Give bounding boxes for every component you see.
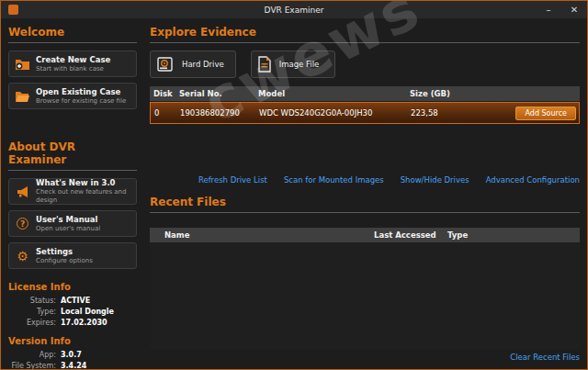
- image-file-label: Image File: [279, 60, 320, 69]
- explore-evidence-heading: Explore Evidence: [150, 26, 580, 43]
- folder-plus-icon: [15, 58, 30, 71]
- minimize-button[interactable]: –: [543, 1, 554, 18]
- license-expires-label: Expires:: [8, 319, 56, 327]
- whats-new-button[interactable]: What's New in 3.0 Check out new features…: [8, 178, 137, 205]
- license-info-heading: License Info: [8, 282, 137, 292]
- settings-button[interactable]: ⚙ Settings Configure options: [8, 242, 137, 269]
- open-existing-case-button[interactable]: Open Existing Case Browse for existing c…: [8, 83, 137, 109]
- show-hide-drives-link[interactable]: Show/Hide Drives: [401, 175, 469, 185]
- refresh-drive-list-link[interactable]: Refresh Drive List: [198, 175, 267, 185]
- recent-header-name: Name: [150, 228, 370, 242]
- drive-serial-cell: 190386802790: [176, 108, 255, 118]
- settings-label: Settings: [36, 247, 93, 257]
- license-expires-value: 17.02.2030: [61, 319, 137, 327]
- about-heading: About DVR Examiner: [8, 140, 137, 171]
- users-manual-button[interactable]: ? User's Manual Open user's manual: [8, 210, 137, 237]
- drive-table-row[interactable]: 0 190386802790 WDC WDS240G2G0A-00JH30 22…: [150, 102, 580, 124]
- users-manual-sublabel: Open user's manual: [36, 225, 100, 233]
- settings-sublabel: Configure options: [36, 257, 93, 265]
- recent-header-last-accessed: Last Accessed: [370, 228, 444, 242]
- scan-mounted-images-link[interactable]: Scan for Mounted Images: [284, 175, 384, 185]
- version-fs-label: File System:: [8, 362, 56, 370]
- app-icon: [8, 5, 18, 15]
- megaphone-icon: [15, 185, 30, 198]
- license-type-label: Type:: [8, 308, 56, 316]
- drive-links-row: Refresh Drive List Scan for Mounted Imag…: [150, 175, 580, 185]
- drive-size-cell: 223,58: [407, 108, 515, 118]
- recent-header-type: Type: [444, 228, 580, 242]
- hard-drive-button[interactable]: Hard Drive: [150, 50, 236, 78]
- gear-icon: ⚙: [15, 250, 30, 263]
- drives-header-serial: Serial No.: [175, 86, 254, 101]
- image-file-button[interactable]: Image File: [251, 50, 335, 78]
- version-app-value: 3.0.7: [61, 351, 137, 359]
- image-file-icon: [257, 56, 272, 73]
- help-icon: ?: [15, 218, 30, 230]
- hard-drive-icon: [156, 56, 175, 73]
- advanced-configuration-link[interactable]: Advanced Configuration: [486, 175, 580, 185]
- whats-new-label: What's New in 3.0: [36, 178, 130, 188]
- drive-disk-cell: 0: [151, 108, 176, 118]
- create-new-case-label: Create New Case: [36, 55, 110, 65]
- whats-new-sublabel: Check out new features and design: [36, 188, 130, 205]
- title-bar: DVR Examiner – ✕: [1, 1, 587, 18]
- license-info: Status: ACTIVE Type: Local Dongle Expire…: [8, 297, 137, 327]
- drives-header-model: Model: [254, 86, 406, 101]
- recent-files-empty-area: [150, 242, 580, 349]
- users-manual-label: User's Manual: [36, 215, 100, 225]
- main-panel: Explore Evidence Hard Drive: [150, 26, 580, 362]
- version-info-heading: Version Info: [8, 336, 137, 346]
- drives-header-size: Size (GB): [406, 86, 514, 101]
- window-title: DVR Examiner: [1, 6, 587, 15]
- sidebar: Welcome Create New Case Start with blank…: [8, 26, 137, 362]
- close-button[interactable]: ✕: [569, 1, 580, 18]
- welcome-heading: Welcome: [8, 26, 137, 43]
- open-existing-case-label: Open Existing Case: [36, 87, 126, 97]
- license-status-label: Status:: [8, 297, 56, 305]
- recent-files-heading: Recent Files: [150, 196, 580, 213]
- dvr-examiner-window: DVR Examiner – ✕ cwews Welcome Create Ne…: [0, 0, 588, 370]
- drive-model-cell: WDC WDS240G2G0A-00JH30: [255, 108, 407, 118]
- add-source-button[interactable]: Add Source: [515, 107, 576, 120]
- version-info: App: 3.0.7 File System: 3.4.24: [8, 351, 137, 370]
- license-type-value: Local Dongle: [61, 308, 137, 316]
- create-new-case-sublabel: Start with blank case: [36, 65, 110, 73]
- drives-table-header: Disk Serial No. Model Size (GB): [150, 86, 580, 101]
- drives-header-disk: Disk: [150, 86, 175, 101]
- recent-table-header: Name Last Accessed Type: [150, 228, 580, 242]
- create-new-case-button[interactable]: Create New Case Start with blank case: [8, 50, 137, 77]
- clear-recent-files-link[interactable]: Clear Recent Files: [510, 353, 580, 362]
- folder-open-icon: [15, 90, 30, 103]
- license-status-value: ACTIVE: [61, 297, 137, 305]
- version-app-label: App:: [8, 351, 56, 359]
- hard-drive-label: Hard Drive: [182, 60, 224, 69]
- version-fs-value: 3.4.24: [61, 362, 137, 370]
- open-existing-case-sublabel: Browse for existing case file: [36, 97, 126, 106]
